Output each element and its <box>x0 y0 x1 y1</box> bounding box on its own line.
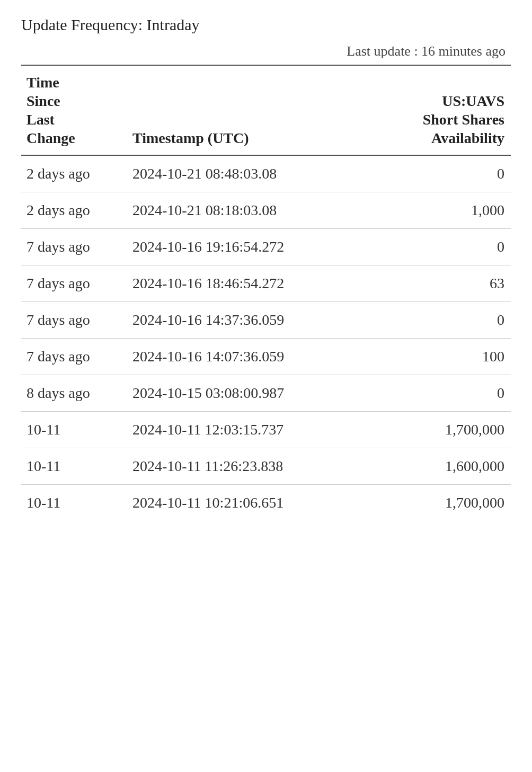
cell-time-8: 10-11 <box>21 448 127 485</box>
table-row: 7 days ago2024-10-16 14:37:36.0590 <box>21 302 511 339</box>
cell-time-3: 7 days ago <box>21 265 127 302</box>
last-update-label: Last update : 16 minutes ago <box>21 43 511 59</box>
cell-timestamp-3: 2024-10-16 18:46:54.272 <box>127 265 329 302</box>
cell-shares-6: 0 <box>329 375 511 412</box>
cell-shares-2: 0 <box>329 229 511 265</box>
cell-shares-7: 1,700,000 <box>329 412 511 448</box>
col-time-line2: Since <box>26 93 60 109</box>
table-row: 7 days ago2024-10-16 14:07:36.059100 <box>21 339 511 375</box>
col-header-timestamp: Timestamp (UTC) <box>127 65 329 155</box>
cell-timestamp-7: 2024-10-11 12:03:15.737 <box>127 412 329 448</box>
cell-time-7: 10-11 <box>21 412 127 448</box>
col-time-line4: Change <box>26 130 75 146</box>
update-frequency-label: Update Frequency: Intraday <box>21 16 511 34</box>
col-shares-line2: Short Shares <box>423 111 504 128</box>
table-row: 2 days ago2024-10-21 08:18:03.081,000 <box>21 192 511 229</box>
table-row: 2 days ago2024-10-21 08:48:03.080 <box>21 155 511 192</box>
col-header-time: Time Since Last Change <box>21 65 127 155</box>
table-row: 10-112024-10-11 11:26:23.8381,600,000 <box>21 448 511 485</box>
cell-timestamp-6: 2024-10-15 03:08:00.987 <box>127 375 329 412</box>
cell-shares-8: 1,600,000 <box>329 448 511 485</box>
cell-shares-4: 0 <box>329 302 511 339</box>
cell-time-5: 7 days ago <box>21 339 127 375</box>
table-row: 7 days ago2024-10-16 18:46:54.27263 <box>21 265 511 302</box>
table-header-row: Time Since Last Change Timestamp (UTC) U… <box>21 65 511 155</box>
cell-timestamp-1: 2024-10-21 08:18:03.08 <box>127 192 329 229</box>
cell-timestamp-5: 2024-10-16 14:07:36.059 <box>127 339 329 375</box>
cell-shares-0: 0 <box>329 155 511 192</box>
col-time-line3: Last <box>26 111 55 128</box>
cell-time-0: 2 days ago <box>21 155 127 192</box>
cell-shares-3: 63 <box>329 265 511 302</box>
col-shares-line3: Availability <box>431 130 504 146</box>
page-container: Update Frequency: Intraday Last update :… <box>0 0 532 542</box>
table-row: 10-112024-10-11 10:21:06.6511,700,000 <box>21 485 511 521</box>
cell-time-6: 8 days ago <box>21 375 127 412</box>
cell-timestamp-8: 2024-10-11 11:26:23.838 <box>127 448 329 485</box>
short-shares-table: Time Since Last Change Timestamp (UTC) U… <box>21 65 511 521</box>
cell-shares-9: 1,700,000 <box>329 485 511 521</box>
table-row: 7 days ago2024-10-16 19:16:54.2720 <box>21 229 511 265</box>
cell-shares-1: 1,000 <box>329 192 511 229</box>
col-shares-line1: US:UAVS <box>442 93 504 109</box>
cell-timestamp-0: 2024-10-21 08:48:03.08 <box>127 155 329 192</box>
col-header-shares: US:UAVS Short Shares Availability <box>329 65 511 155</box>
table-row: 8 days ago2024-10-15 03:08:00.9870 <box>21 375 511 412</box>
cell-timestamp-4: 2024-10-16 14:37:36.059 <box>127 302 329 339</box>
cell-time-2: 7 days ago <box>21 229 127 265</box>
cell-shares-5: 100 <box>329 339 511 375</box>
cell-time-4: 7 days ago <box>21 302 127 339</box>
cell-time-1: 2 days ago <box>21 192 127 229</box>
table-body: 2 days ago2024-10-21 08:48:03.0802 days … <box>21 155 511 521</box>
table-row: 10-112024-10-11 12:03:15.7371,700,000 <box>21 412 511 448</box>
col-time-line1: Time <box>26 74 59 91</box>
cell-timestamp-2: 2024-10-16 19:16:54.272 <box>127 229 329 265</box>
cell-timestamp-9: 2024-10-11 10:21:06.651 <box>127 485 329 521</box>
cell-time-9: 10-11 <box>21 485 127 521</box>
